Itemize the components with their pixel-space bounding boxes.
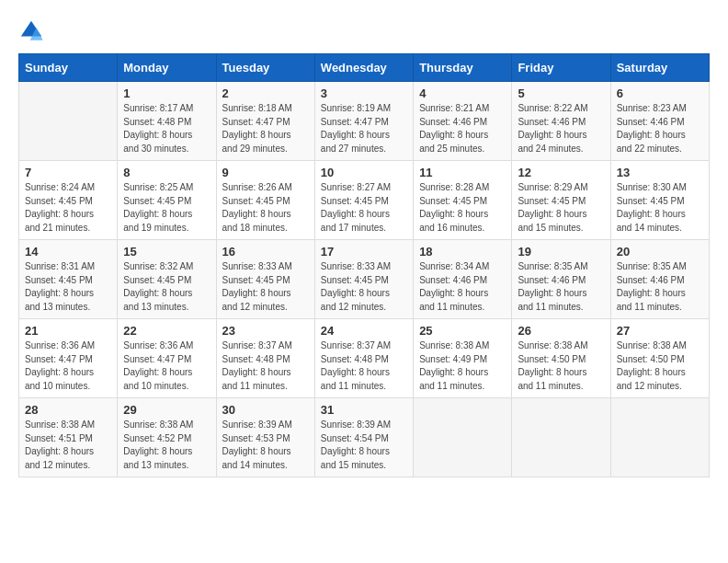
day-number: 27 [617,324,703,338]
day-number: 29 [123,403,210,417]
day-number: 28 [25,403,111,417]
calendar-cell: 16Sunrise: 8:33 AMSunset: 4:45 PMDayligh… [216,240,314,319]
day-info: Sunrise: 8:33 AMSunset: 4:45 PMDaylight:… [321,260,407,314]
day-info: Sunrise: 8:22 AMSunset: 4:46 PMDaylight:… [518,102,604,155]
day-number: 23 [222,324,309,338]
calendar-cell [610,398,709,477]
day-number: 7 [25,166,111,179]
day-info: Sunrise: 8:28 AMSunset: 4:45 PMDaylight:… [419,181,506,235]
day-info: Sunrise: 8:38 AMSunset: 4:49 PMDaylight:… [419,339,506,393]
day-number: 25 [419,324,506,338]
calendar-cell: 19Sunrise: 8:35 AMSunset: 4:46 PMDayligh… [512,240,610,319]
calendar-cell: 7Sunrise: 8:24 AMSunset: 4:45 PMDaylight… [19,161,118,240]
calendar-cell: 28Sunrise: 8:38 AMSunset: 4:51 PMDayligh… [19,398,118,477]
calendar-cell: 18Sunrise: 8:34 AMSunset: 4:46 PMDayligh… [414,240,512,319]
day-number: 6 [617,86,703,100]
calendar-week-3: 14Sunrise: 8:31 AMSunset: 4:45 PMDayligh… [19,240,710,319]
day-info: Sunrise: 8:39 AMSunset: 4:53 PMDaylight:… [222,419,309,472]
day-info: Sunrise: 8:38 AMSunset: 4:52 PMDaylight:… [123,419,210,472]
calendar-cell: 29Sunrise: 8:38 AMSunset: 4:52 PMDayligh… [118,398,216,477]
day-info: Sunrise: 8:29 AMSunset: 4:45 PMDaylight:… [518,181,604,235]
day-number: 3 [321,86,407,100]
day-info: Sunrise: 8:30 AMSunset: 4:45 PMDaylight:… [617,181,703,235]
calendar-cell: 22Sunrise: 8:36 AMSunset: 4:47 PMDayligh… [118,319,216,398]
day-info: Sunrise: 8:38 AMSunset: 4:50 PMDaylight:… [617,339,703,393]
col-header-thursday: Thursday [414,54,512,82]
day-number: 22 [123,324,210,338]
calendar-cell: 30Sunrise: 8:39 AMSunset: 4:53 PMDayligh… [216,398,314,477]
day-info: Sunrise: 8:38 AMSunset: 4:51 PMDaylight:… [25,419,111,472]
calendar-week-2: 7Sunrise: 8:24 AMSunset: 4:45 PMDaylight… [19,161,710,240]
col-header-saturday: Saturday [610,54,709,82]
day-number: 24 [321,324,407,338]
calendar-cell: 21Sunrise: 8:36 AMSunset: 4:47 PMDayligh… [19,319,118,398]
day-info: Sunrise: 8:34 AMSunset: 4:46 PMDaylight:… [419,260,506,314]
calendar-cell: 8Sunrise: 8:25 AMSunset: 4:45 PMDaylight… [118,161,216,240]
day-info: Sunrise: 8:18 AMSunset: 4:47 PMDaylight:… [222,102,309,155]
day-info: Sunrise: 8:36 AMSunset: 4:47 PMDaylight:… [25,339,111,393]
day-info: Sunrise: 8:36 AMSunset: 4:47 PMDaylight:… [123,339,210,393]
calendar-cell [512,398,610,477]
day-number: 9 [222,166,309,179]
calendar-cell: 4Sunrise: 8:21 AMSunset: 4:46 PMDaylight… [414,82,512,161]
day-number: 20 [617,245,703,259]
day-number: 2 [222,86,309,100]
day-info: Sunrise: 8:27 AMSunset: 4:45 PMDaylight:… [321,181,407,235]
day-info: Sunrise: 8:37 AMSunset: 4:48 PMDaylight:… [222,339,309,393]
day-number: 21 [25,324,111,338]
day-number: 10 [321,166,407,179]
calendar-cell [414,398,512,477]
calendar-week-5: 28Sunrise: 8:38 AMSunset: 4:51 PMDayligh… [19,398,710,477]
calendar-cell: 23Sunrise: 8:37 AMSunset: 4:48 PMDayligh… [216,319,314,398]
calendar-cell: 2Sunrise: 8:18 AMSunset: 4:47 PMDaylight… [216,82,314,161]
calendar-cell: 31Sunrise: 8:39 AMSunset: 4:54 PMDayligh… [314,398,413,477]
day-number: 12 [518,166,604,179]
calendar-cell: 13Sunrise: 8:30 AMSunset: 4:45 PMDayligh… [610,161,709,240]
day-info: Sunrise: 8:39 AMSunset: 4:54 PMDaylight:… [321,419,407,472]
day-number: 31 [321,403,407,417]
day-info: Sunrise: 8:38 AMSunset: 4:50 PMDaylight:… [518,339,604,393]
day-info: Sunrise: 8:31 AMSunset: 4:45 PMDaylight:… [25,260,111,314]
day-number: 16 [222,245,309,259]
calendar-cell: 17Sunrise: 8:33 AMSunset: 4:45 PMDayligh… [314,240,413,319]
calendar-cell: 26Sunrise: 8:38 AMSunset: 4:50 PMDayligh… [512,319,610,398]
day-info: Sunrise: 8:21 AMSunset: 4:46 PMDaylight:… [419,102,506,155]
calendar-cell: 5Sunrise: 8:22 AMSunset: 4:46 PMDaylight… [512,82,610,161]
day-number: 14 [25,245,111,259]
col-header-monday: Monday [118,54,216,82]
calendar-cell: 6Sunrise: 8:23 AMSunset: 4:46 PMDaylight… [610,82,709,161]
calendar-cell: 12Sunrise: 8:29 AMSunset: 4:45 PMDayligh… [512,161,610,240]
calendar-cell: 27Sunrise: 8:38 AMSunset: 4:50 PMDayligh… [610,319,709,398]
day-info: Sunrise: 8:19 AMSunset: 4:47 PMDaylight:… [321,102,407,155]
col-header-sunday: Sunday [19,54,118,82]
calendar-cell [19,82,118,161]
col-header-wednesday: Wednesday [314,54,413,82]
day-info: Sunrise: 8:35 AMSunset: 4:46 PMDaylight:… [617,260,703,314]
day-info: Sunrise: 8:37 AMSunset: 4:48 PMDaylight:… [321,339,407,393]
day-number: 1 [123,86,210,100]
col-header-tuesday: Tuesday [216,54,314,82]
day-info: Sunrise: 8:25 AMSunset: 4:45 PMDaylight:… [123,181,210,235]
day-number: 8 [123,166,210,179]
day-number: 5 [518,86,604,100]
day-number: 19 [518,245,604,259]
logo-icon [18,18,44,44]
day-number: 30 [222,403,309,417]
calendar-cell: 24Sunrise: 8:37 AMSunset: 4:48 PMDayligh… [314,319,413,398]
calendar-header-row: SundayMondayTuesdayWednesdayThursdayFrid… [19,54,710,82]
logo [18,18,48,44]
page-header [18,18,710,44]
day-info: Sunrise: 8:24 AMSunset: 4:45 PMDaylight:… [25,181,111,235]
calendar-cell: 14Sunrise: 8:31 AMSunset: 4:45 PMDayligh… [19,240,118,319]
day-info: Sunrise: 8:33 AMSunset: 4:45 PMDaylight:… [222,260,309,314]
day-info: Sunrise: 8:23 AMSunset: 4:46 PMDaylight:… [617,102,703,155]
calendar-cell: 3Sunrise: 8:19 AMSunset: 4:47 PMDaylight… [314,82,413,161]
calendar: SundayMondayTuesdayWednesdayThursdayFrid… [18,53,710,477]
day-number: 13 [617,166,703,179]
day-info: Sunrise: 8:35 AMSunset: 4:46 PMDaylight:… [518,260,604,314]
calendar-cell: 20Sunrise: 8:35 AMSunset: 4:46 PMDayligh… [610,240,709,319]
day-number: 26 [518,324,604,338]
calendar-cell: 10Sunrise: 8:27 AMSunset: 4:45 PMDayligh… [314,161,413,240]
calendar-week-1: 1Sunrise: 8:17 AMSunset: 4:48 PMDaylight… [19,82,710,161]
calendar-cell: 25Sunrise: 8:38 AMSunset: 4:49 PMDayligh… [414,319,512,398]
